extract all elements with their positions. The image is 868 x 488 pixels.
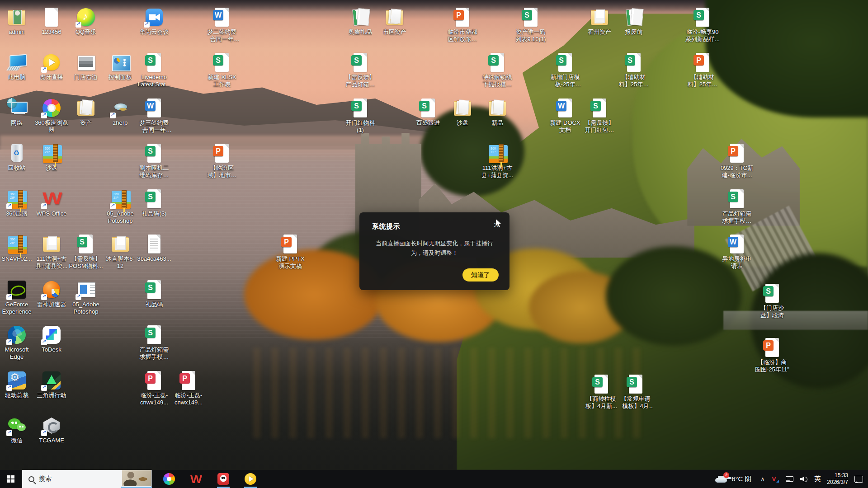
desktop-icon[interactable]: 回收站	[0, 143, 34, 172]
desktop-icon[interactable]: 沙盘	[445, 98, 480, 127]
desktop-icon[interactable]: 【辅助材料】25年商圈一...	[685, 52, 720, 88]
desktop-icon[interactable]: 临汾-王磊-cnwx149...	[137, 371, 171, 406]
desktop-icon[interactable]: 虎牙直播	[34, 52, 69, 81]
desktop-icon[interactable]: 05_Adobe Potoshop	[69, 280, 103, 315]
desktop-icon[interactable]: 异地房补申请表	[720, 234, 754, 270]
network-icon[interactable]	[785, 475, 793, 483]
desktop-icon[interactable]: 沐言脚本6-12	[103, 234, 137, 270]
desktop-icon-glyph	[453, 7, 472, 27]
desktop-icon[interactable]: 门店右边	[69, 52, 103, 81]
acknowledge-button[interactable]: 知道了	[462, 268, 499, 282]
desktop-icon[interactable]: 微信	[0, 416, 34, 444]
desktop-icon[interactable]: 报废前	[617, 7, 651, 36]
desktop-icon-glyph	[555, 52, 575, 72]
action-center-icon[interactable]	[854, 475, 863, 483]
desktop-icon[interactable]: 梦二签约费合同一年6.5w...	[205, 7, 239, 43]
desktop-icon[interactable]: 临汾市尧都区解放东路方...	[445, 7, 480, 43]
desktop-icon[interactable]: 控制面板	[103, 52, 137, 81]
desktop-icon[interactable]: 【需反馈】开门红包店红...	[582, 98, 617, 134]
volume-icon[interactable]	[800, 475, 808, 483]
taskbar-app-red-live-app[interactable]	[214, 470, 232, 488]
desktop-icon[interactable]: TCGAME	[34, 416, 69, 444]
desktop-icon[interactable]: 此电脑	[0, 52, 34, 81]
desktop-icon[interactable]: SN4VF02...	[0, 234, 34, 263]
desktop-icon[interactable]: 奥鑫礼品	[343, 7, 377, 36]
desktop-icon[interactable]: zherp	[103, 98, 137, 127]
desktop-icon[interactable]: 123456	[34, 7, 69, 36]
desktop-icon[interactable]: 产品灯箱需求握手模板 -...	[137, 325, 171, 361]
tray-app-icon[interactable]	[771, 475, 779, 483]
desktop-icon-label: 此电脑	[8, 74, 26, 81]
desktop-icon[interactable]: 临汾-王磊-cnwx149...	[171, 371, 206, 406]
desktop-icon[interactable]: QQ音乐	[69, 7, 103, 36]
desktop-icon-glyph	[7, 325, 27, 345]
desktop-icon[interactable]: 临汾-畅享90系列新品样...	[685, 7, 720, 43]
desktop-icon-glyph	[280, 234, 300, 254]
desktop-icon[interactable]: 360压缩	[0, 189, 34, 217]
desktop-icon[interactable]: 副本哑机二维码库存报表...	[137, 143, 171, 179]
input-method-indicator[interactable]: 英	[814, 475, 821, 483]
search-highlight-thumbnail[interactable]	[122, 470, 151, 486]
desktop-icon[interactable]: 霍州资产	[582, 7, 617, 36]
desktop-icon[interactable]: 【临汾区域】地市作战地...	[205, 143, 239, 179]
taskbar-clock[interactable]: 15:33 2026/3/7	[827, 472, 848, 486]
desktop-icon[interactable]: 新增门店模板-25年9.15...	[548, 52, 582, 88]
desktop-icon[interactable]: WPS Office	[34, 189, 69, 217]
desktop-icon[interactable]: 【门店沙盘】段涛	[755, 283, 789, 319]
desktop-icon[interactable]: 市区资产	[377, 7, 412, 36]
desktop-icon[interactable]: 开门红物料(1)	[343, 98, 377, 134]
desktop-icon[interactable]: 【辅助材料】25年商圈一...	[617, 52, 651, 88]
search-box[interactable]: 搜索	[22, 470, 152, 488]
weather-widget[interactable]: 2 6°C 阴	[712, 475, 754, 483]
taskbar-app-360-browser[interactable]	[160, 470, 178, 488]
desktop-icon[interactable]: 05_Adobe Potoshop	[103, 189, 137, 225]
desktop-icon[interactable]: 礼品码(3)	[137, 189, 171, 217]
desktop-icon[interactable]: 360极速浏览器	[34, 98, 69, 134]
desktop-icon[interactable]: 0929：TC新建-临汾市...	[720, 143, 754, 179]
desktop-icon[interactable]: 产品灯箱需求握手模板 -...	[720, 189, 754, 225]
desktop-icon-glyph	[7, 371, 27, 390]
desktop-icon-label: 临汾市尧都区解放东路方...	[445, 28, 480, 43]
desktop-icon[interactable]: 沙盘	[34, 143, 69, 172]
desktop-icon[interactable]: 驱动总裁	[0, 371, 34, 399]
desktop-icon[interactable]: GeForce Experience	[0, 280, 34, 315]
desktop-icon[interactable]: 【需反馈】POSM物料...	[69, 234, 103, 270]
desktop-icon-label: 【需反馈】开门红包店红...	[582, 119, 617, 134]
desktop-icon[interactable]: 【临汾】商圈图-25年11"	[755, 338, 789, 373]
desktop-icon-label: QQ音乐	[75, 28, 96, 36]
start-button[interactable]	[0, 470, 22, 488]
desktop-icon[interactable]: 【商转柱模板】4月新...	[584, 374, 618, 410]
desktop-icon[interactable]: 新品	[480, 98, 514, 127]
desktop-icon-glyph	[42, 189, 61, 209]
desktop-icon[interactable]: 111洪洞+古县+蒲县资...	[34, 234, 69, 270]
desktop-icon-glyph	[762, 283, 782, 303]
desktop-icon[interactable]: 【常规申请模板】4月新...	[618, 374, 653, 410]
desktop-icon[interactable]: 百盛跟进	[411, 98, 445, 127]
desktop-icon[interactable]: Microsoft Edge	[0, 325, 34, 361]
desktop-icon[interactable]: 雷神加速器	[34, 280, 69, 308]
desktop-icon[interactable]: ToDesk	[34, 325, 69, 353]
desktop-icon[interactable]: admin	[0, 7, 34, 36]
shortcut-arrow-icon	[110, 113, 116, 118]
taskbar-app-wps-office[interactable]	[187, 470, 205, 488]
shortcut-arrow-icon	[6, 294, 12, 300]
taskbar-app-huya-live[interactable]	[241, 470, 259, 488]
desktop-icon[interactable]: 新建 XLSX 工作表	[205, 52, 239, 88]
desktop-icon[interactable]: 资产	[69, 98, 103, 127]
tray-expand-chevron-icon[interactable]: ∧	[760, 476, 764, 482]
shortcut-arrow-icon	[41, 385, 47, 391]
desktop-icon[interactable]: 网络	[0, 98, 34, 127]
desktop-icon[interactable]: 资产唯一码列表9.10(1)	[514, 7, 548, 43]
desktop-icon[interactable]: Livedemo Latest Stat...	[137, 52, 171, 88]
desktop-icon[interactable]: 111洪洞+古县+蒲县资...	[480, 143, 514, 179]
desktop-icon[interactable]: 新建 PPTX 演示文稿	[273, 234, 307, 270]
desktop-icon[interactable]: 礼品码	[137, 280, 171, 308]
desktop-icon[interactable]: 3ba4ca463...	[137, 234, 171, 263]
desktop-icon[interactable]: 华为云会议	[137, 7, 171, 36]
desktop-icon[interactable]: 新建 DOCX 文档	[548, 98, 582, 134]
desktop-icon[interactable]: 梦三签约费合同一年6.5w...	[137, 98, 171, 134]
desktop-icon[interactable]: 三角洲行动	[34, 371, 69, 399]
desktop-icon[interactable]: 特殊解锁线下提报模版(1)	[480, 52, 514, 88]
system-tray: 2 6°C 阴 ∧ 英 15:33 2026/3/7	[712, 470, 868, 488]
desktop-icon[interactable]: 【需反馈】产品灯箱需求...	[343, 52, 377, 88]
